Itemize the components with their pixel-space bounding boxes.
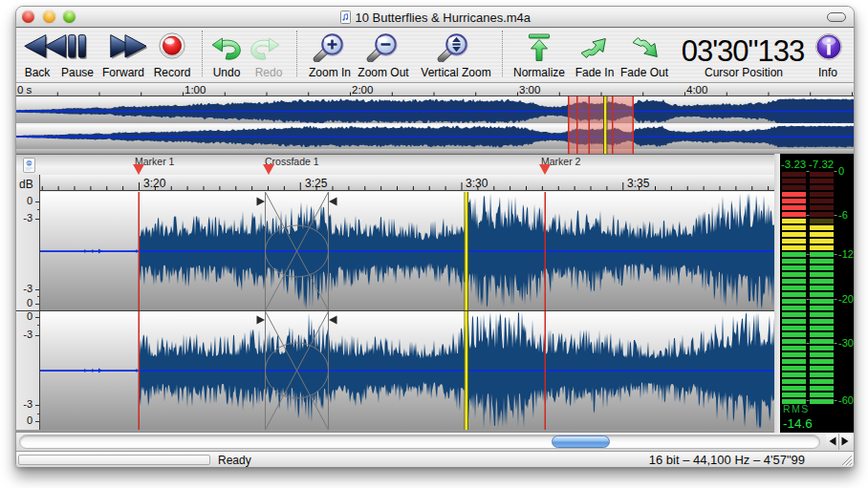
svg-text:RMS: RMS: [783, 403, 810, 414]
svg-text:-20: -20: [838, 293, 854, 305]
svg-text:-12: -12: [838, 248, 854, 260]
svg-text:-60: -60: [838, 394, 854, 406]
svg-text:-6: -6: [838, 209, 848, 221]
svg-text:-30: -30: [838, 337, 854, 349]
svg-text:-14.6: -14.6: [783, 416, 813, 431]
svg-text:-7.32: -7.32: [809, 159, 834, 170]
svg-text:0: 0: [838, 165, 844, 177]
svg-text:-3.23: -3.23: [781, 159, 806, 170]
